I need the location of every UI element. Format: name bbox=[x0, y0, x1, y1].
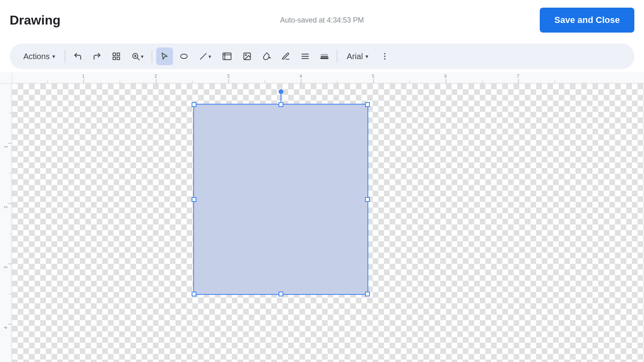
select-icon bbox=[160, 52, 169, 61]
svg-text:7: 7 bbox=[517, 74, 519, 78]
handle-bottom-left[interactable] bbox=[192, 292, 196, 296]
svg-rect-10 bbox=[223, 53, 231, 60]
app-title: Drawing bbox=[10, 13, 60, 28]
zoom-icon bbox=[131, 52, 140, 61]
rotate-handle[interactable] bbox=[279, 89, 283, 94]
line-icon bbox=[199, 52, 208, 61]
svg-text:1: 1 bbox=[3, 146, 8, 148]
svg-text:5: 5 bbox=[372, 74, 374, 78]
svg-rect-3 bbox=[117, 57, 119, 60]
svg-rect-2 bbox=[113, 57, 115, 60]
zoom-button[interactable]: ▾ bbox=[127, 47, 148, 65]
save-close-button[interactable]: Save and Close bbox=[540, 8, 634, 33]
line-weight-button[interactable] bbox=[316, 47, 333, 65]
divider-1 bbox=[65, 50, 65, 63]
shape-button[interactable] bbox=[175, 47, 192, 65]
format-icon bbox=[301, 52, 310, 61]
handle-middle-left[interactable] bbox=[192, 197, 196, 202]
shape-icon bbox=[180, 52, 188, 61]
redo-icon bbox=[93, 52, 101, 61]
actions-button[interactable]: Actions ▾ bbox=[18, 47, 61, 65]
svg-point-22 bbox=[384, 53, 385, 54]
drawing-canvas[interactable] bbox=[12, 84, 644, 362]
paint-icon bbox=[262, 52, 271, 61]
zoom-dropdown-icon: ▾ bbox=[141, 53, 144, 60]
canvas-area[interactable]: 1 2 3 4 5 6 7 bbox=[0, 72, 644, 362]
line-button[interactable]: ▾ bbox=[195, 47, 215, 65]
svg-point-23 bbox=[384, 56, 385, 57]
handle-middle-right[interactable] bbox=[365, 197, 370, 202]
more-icon bbox=[380, 52, 389, 61]
undo-button[interactable] bbox=[69, 47, 86, 65]
handle-top-middle[interactable] bbox=[279, 102, 283, 107]
font-dropdown-icon: ▾ bbox=[365, 53, 368, 60]
svg-text:4: 4 bbox=[3, 327, 8, 329]
svg-point-14 bbox=[245, 54, 246, 56]
actions-dropdown-icon: ▾ bbox=[52, 53, 55, 60]
font-label: Arial bbox=[347, 52, 363, 61]
line-weight-icon bbox=[320, 52, 329, 61]
ruler-top: 1 2 3 4 5 6 7 bbox=[12, 72, 644, 84]
font-selector[interactable]: Arial ▾ bbox=[341, 47, 374, 65]
pen-button[interactable] bbox=[277, 47, 294, 65]
divider-2 bbox=[152, 50, 152, 63]
handle-bottom-right[interactable] bbox=[365, 292, 370, 296]
svg-text:3: 3 bbox=[227, 74, 229, 78]
handle-bottom-middle[interactable] bbox=[279, 292, 283, 296]
svg-point-8 bbox=[180, 54, 187, 59]
select-button[interactable] bbox=[156, 47, 173, 65]
resize-icon bbox=[222, 52, 232, 61]
format-button[interactable] bbox=[297, 47, 314, 65]
image-icon bbox=[243, 52, 252, 61]
header: Drawing Auto-saved at 4:34:53 PM Save an… bbox=[0, 0, 644, 40]
ruler-top-svg: 1 2 3 4 5 6 7 bbox=[12, 72, 644, 83]
ruler-left: 1 2 3 4 bbox=[0, 84, 12, 362]
svg-text:1: 1 bbox=[82, 74, 85, 78]
image-button[interactable] bbox=[239, 47, 256, 65]
undo-icon bbox=[73, 52, 82, 61]
redo-button[interactable] bbox=[89, 47, 105, 65]
svg-text:4: 4 bbox=[299, 74, 302, 78]
svg-text:6: 6 bbox=[444, 74, 447, 78]
svg-rect-1 bbox=[117, 53, 119, 56]
svg-text:3: 3 bbox=[3, 266, 8, 269]
svg-rect-0 bbox=[113, 53, 115, 56]
paint-button[interactable] bbox=[258, 47, 275, 65]
selected-shape[interactable] bbox=[193, 104, 368, 295]
line-dropdown-icon: ▾ bbox=[208, 53, 211, 60]
svg-line-5 bbox=[137, 58, 139, 60]
divider-3 bbox=[337, 50, 337, 63]
toolbar: Actions ▾ ▾ bbox=[10, 43, 634, 69]
ruler-corner bbox=[0, 72, 12, 84]
svg-text:2: 2 bbox=[155, 74, 157, 78]
ruler-left-svg: 1 2 3 4 bbox=[0, 84, 12, 362]
actions-label: Actions bbox=[23, 52, 50, 61]
handle-top-right[interactable] bbox=[365, 102, 370, 107]
svg-line-9 bbox=[200, 53, 206, 60]
autosave-status: Auto-saved at 4:34:53 PM bbox=[280, 16, 364, 25]
snap-button[interactable] bbox=[108, 47, 125, 65]
svg-point-24 bbox=[384, 58, 385, 60]
svg-text:2: 2 bbox=[3, 206, 8, 208]
more-options-button[interactable] bbox=[376, 47, 393, 65]
resize-button[interactable] bbox=[218, 47, 236, 65]
pen-icon bbox=[281, 52, 290, 61]
handle-top-left[interactable] bbox=[192, 102, 196, 107]
snap-icon bbox=[112, 52, 121, 61]
